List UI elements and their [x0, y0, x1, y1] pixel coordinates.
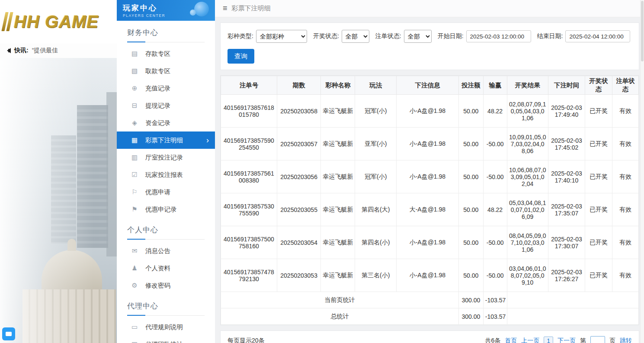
sidebar-item-label: 玩家投注报表 — [145, 171, 209, 179]
end-date-input[interactable] — [565, 30, 630, 42]
cell-bet-time: 2025-02-03 17:35:07 — [548, 193, 585, 226]
cell-bet-id: 401569173857478792130 — [221, 259, 277, 292]
hall-records-icon: ▥ — [131, 154, 138, 161]
sidebar-item-agent-team-stats[interactable]: ▨ 代理团队统计 — [117, 336, 215, 343]
sidebar-item-label: 提现记录 — [145, 102, 209, 110]
sidebar-item-promo-apply-records[interactable]: ⚑ 优惠申记录 — [117, 201, 215, 218]
hamburger-menu-icon[interactable]: ≡ — [223, 4, 227, 13]
sidebar-item-label: 充值记录 — [145, 84, 209, 93]
withdraw-icon: ▧ — [131, 67, 138, 75]
rules-doc-icon: ▭ — [131, 323, 138, 331]
column-header-lottery: 彩种名称 — [321, 76, 355, 95]
scrollbar-thumb[interactable] — [641, 1, 644, 61]
cell-draw-result: 10,06,08,07,03,09,05,01,02,04 — [507, 160, 548, 193]
sidebar-item-funds-records[interactable]: ◈ 资金记录 — [117, 114, 215, 131]
sidebar-item-label: 消息公告 — [145, 247, 209, 255]
cell-draw-status: 已开奖 — [585, 259, 612, 292]
report-icon: ☑ — [131, 171, 138, 179]
sidebar-section: 个人中心 ✉ 消息公告 ♟ 个人资料 ⚙ 修改密码 — [117, 225, 215, 294]
cell-play-type: 冠军(小) — [355, 160, 396, 193]
sidebar-item-player-bet-report[interactable]: ☑ 玩家投注报表 — [117, 166, 215, 183]
cell-lottery-name: 幸运飞艇新 — [321, 95, 355, 128]
lottery-type-select[interactable]: 全部彩种 — [256, 30, 307, 43]
column-header-bet-status: 注单状态 — [612, 76, 639, 95]
sidebar-item-messages[interactable]: ✉ 消息公告 — [117, 242, 215, 260]
recharge-icon: ⊕ — [131, 84, 138, 92]
cell-period: 20250203057 — [277, 128, 320, 160]
total-summary-winloss: -103.57 — [483, 308, 507, 325]
current-page-indicator[interactable]: 1 — [544, 337, 553, 343]
cell-play-type: 亚军(小) — [355, 128, 396, 160]
sidebar-item-deposit-zone[interactable]: ▤ 存款专区 — [117, 45, 215, 62]
sidebar-item-label: 取款专区 — [145, 67, 209, 75]
cell-play-type: 第三名(小) — [355, 259, 396, 292]
left-promo-panel: HH GAME 快讯: “提供最佳 — [0, 0, 117, 343]
per-page-label: 每页显示20条 — [227, 337, 265, 343]
sidebar-item-recharge-records[interactable]: ⊕ 充值记录 — [117, 80, 215, 97]
cell-bet-amount: 50.00 — [458, 95, 483, 128]
page-summary-label: 当前页统计 — [221, 292, 459, 308]
cell-bet-status: 有效 — [612, 226, 639, 259]
sidebar-item-lottery-bet-details[interactable]: ▦ 彩票下注明细 — [117, 131, 215, 149]
cell-win-loss: -50.00 — [483, 128, 507, 160]
column-header-amount: 投注额 — [458, 76, 483, 95]
table-row: 401569173857530755590 20250203055 幸运飞艇新 … — [221, 193, 639, 226]
cell-bet-status: 有效 — [612, 193, 639, 226]
chevron-right-icon — [206, 136, 209, 144]
page-summary-winloss: -103.57 — [483, 292, 507, 308]
cell-win-loss: -50.00 — [483, 259, 507, 292]
deposit-icon: ▤ — [131, 50, 138, 58]
page-jump-input[interactable] — [590, 336, 605, 343]
sidebar-item-withdraw-zone[interactable]: ▧ 取款专区 — [117, 62, 215, 80]
cell-period: 20250203054 — [277, 226, 320, 259]
next-page-link[interactable]: 下一页 — [557, 337, 576, 343]
cell-draw-result: 08,04,05,09,07,10,02,03,01,06 — [507, 226, 548, 259]
page-summary-empty — [507, 292, 638, 308]
filter-panel: 彩种类型: 全部彩种 开奖状态: 全部 注单状态: 全部 开始日期: 结束日期: — [220, 22, 639, 70]
cell-bet-time: 2025-02-03 17:30:07 — [548, 226, 585, 259]
sidebar-item-label: 代理规则说明 — [145, 323, 209, 331]
draw-status-select[interactable]: 全部 — [342, 30, 369, 43]
column-header-bet-id: 注单号 — [221, 76, 277, 95]
chat-widget-button[interactable] — [2, 327, 15, 340]
cell-bet-status: 有效 — [612, 128, 639, 160]
sidebar-item-profile[interactable]: ♟ 个人资料 — [117, 260, 215, 277]
sidebar-item-withdrawal-records[interactable]: ⊟ 提现记录 — [117, 97, 215, 114]
cell-bet-id: 401569173857530755590 — [221, 193, 277, 226]
promo-apply-icon: ⚐ — [131, 188, 138, 196]
cell-bet-time: 2025-02-03 17:49:40 — [548, 95, 585, 128]
logo-text: HH GAME — [14, 12, 99, 32]
cell-draw-result: 05,03,04,08,10,07,01,02,06,09 — [507, 193, 548, 226]
cell-period: 20250203053 — [277, 259, 320, 292]
cell-lottery-name: 幸运飞艇新 — [321, 193, 355, 226]
sidebar-item-hall-bet-records[interactable]: ▥ 厅室投注记录 — [117, 149, 215, 166]
speaker-icon — [4, 48, 11, 53]
sidebar-item-change-password[interactable]: ⚙ 修改密码 — [117, 277, 215, 294]
cell-draw-status: 已开奖 — [585, 95, 612, 128]
table-row: 401569173857561008380 20250203056 幸运飞艇新 … — [221, 160, 639, 193]
start-date-input[interactable] — [466, 30, 531, 42]
bet-status-select[interactable]: 全部 — [404, 30, 432, 43]
capitol-base-shape — [22, 289, 116, 343]
cell-win-loss: -50.00 — [483, 226, 507, 259]
cell-bet-info: 小-A盘@1.98 — [396, 128, 458, 160]
table-body: 401569173857618015780 20250203058 幸运飞艇新 … — [221, 95, 639, 292]
scrollbar[interactable] — [640, 0, 644, 343]
sidebar-item-agent-rules[interactable]: ▭ 代理规则说明 — [117, 318, 215, 336]
page-summary-amount: 300.00 — [458, 292, 483, 308]
search-button[interactable]: 查询 — [227, 49, 254, 64]
cell-bet-id: 401569173857618015780 — [221, 95, 277, 128]
prev-page-link[interactable]: 上一页 — [521, 337, 539, 343]
sidebar-sections: 财务中心 ▤ 存款专区 ▧ 取款专区 ⊕ 充值记录 ⊟ 提现记录 ◈ 资金记录 … — [117, 28, 215, 343]
sidebar-item-promo-apply[interactable]: ⚐ 优惠申请 — [117, 183, 215, 201]
jump-button[interactable]: 跳转 — [620, 337, 632, 343]
cell-draw-status: 已开奖 — [585, 226, 612, 259]
cell-period: 20250203055 — [277, 193, 320, 226]
bet-status-label: 注单状态: — [375, 32, 401, 40]
cell-lottery-name: 幸运飞艇新 — [321, 259, 355, 292]
cell-bet-amount: 50.00 — [458, 226, 483, 259]
sidebar-item-label: 存款专区 — [145, 50, 209, 58]
first-page-link[interactable]: 首页 — [505, 337, 517, 343]
brand-logo: HH GAME — [0, 0, 117, 43]
profile-icon: ♟ — [131, 264, 138, 272]
